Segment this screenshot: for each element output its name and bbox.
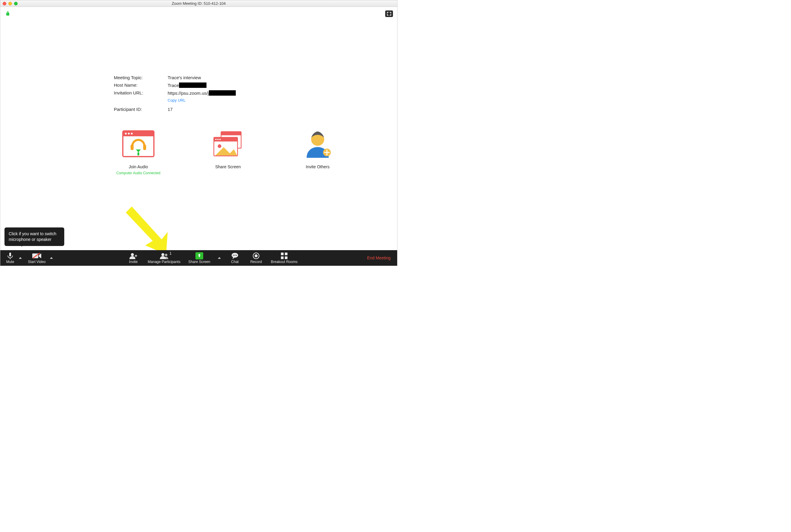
join-audio-label: Join Audio — [112, 164, 165, 169]
svg-point-26 — [233, 255, 234, 256]
manage-participants-label: Manage Participants — [148, 260, 180, 264]
topic-value: Trace's interview — [168, 75, 201, 80]
mic-tooltip: Click if you want to switch microphone o… — [4, 227, 64, 246]
svg-point-27 — [235, 255, 235, 256]
window-title: Zoom Meeting ID: 510-412-104 — [0, 1, 397, 6]
pid-value: 17 — [168, 107, 173, 112]
host-label: Host Name: — [114, 82, 168, 88]
participant-count: 1 — [170, 251, 172, 255]
breakout-label: Breakout Rooms — [271, 260, 297, 264]
host-value: Trace — [168, 82, 207, 88]
maximize-icon[interactable] — [14, 2, 18, 5]
redacted-block — [179, 82, 207, 88]
toolbar: Mute Start Video Invite — [0, 250, 397, 266]
url-value: https://psu.zoom.us/j — [168, 90, 236, 96]
lock-icon[interactable] — [6, 11, 10, 16]
svg-rect-31 — [281, 252, 284, 255]
chat-icon — [231, 252, 238, 260]
share-screen-tile[interactable]: Share Screen — [201, 129, 255, 175]
svg-rect-1 — [123, 131, 154, 136]
url-value-prefix: https://psu.zoom.us/j — [168, 91, 209, 96]
window-controls — [3, 2, 18, 5]
share-icon — [195, 252, 203, 260]
svg-point-24 — [165, 254, 167, 256]
end-meeting-button[interactable]: End Meeting — [363, 255, 395, 260]
breakout-rooms-button[interactable]: Breakout Rooms — [270, 250, 298, 266]
annotation-arrow-icon — [126, 207, 171, 254]
record-icon — [253, 252, 259, 260]
svg-rect-22 — [136, 255, 136, 257]
svg-point-3 — [128, 133, 130, 134]
svg-point-28 — [236, 255, 237, 256]
svg-rect-9 — [221, 132, 241, 135]
invite-others-icon — [301, 129, 334, 159]
invite-icon — [129, 252, 137, 260]
zoom-window: Zoom Meeting ID: 510-412-104 Meeting Top… — [0, 0, 398, 266]
svg-point-30 — [255, 254, 257, 257]
start-video-button[interactable]: Start Video — [25, 250, 49, 266]
breakout-icon — [281, 252, 288, 260]
mute-options-chevron[interactable] — [18, 257, 23, 259]
topic-label: Meeting Topic: — [114, 75, 168, 80]
redacted-block — [209, 90, 236, 96]
svg-point-12 — [215, 139, 216, 140]
invite-label: Invite — [129, 260, 138, 264]
titlebar: Zoom Meeting ID: 510-412-104 — [0, 0, 397, 7]
close-icon[interactable] — [3, 2, 6, 5]
minimize-icon[interactable] — [8, 2, 12, 5]
pid-label: Participant ID: — [114, 107, 168, 112]
share-screen-label: Share Screen — [188, 260, 210, 264]
record-button[interactable]: Record — [248, 250, 265, 266]
svg-point-14 — [219, 139, 220, 140]
fullscreen-icon[interactable] — [385, 11, 393, 17]
host-value-prefix: Trace — [168, 83, 179, 88]
tooltip-text: Click if you want to switch microphone o… — [9, 231, 57, 242]
mute-label: Mute — [6, 260, 14, 264]
participants-icon: 1 — [159, 252, 169, 260]
share-options-chevron[interactable] — [217, 257, 222, 259]
chat-button[interactable]: Chat — [227, 250, 242, 266]
manage-participants-button[interactable]: 1 Manage Participants — [146, 250, 182, 266]
url-label: Invitation URL: — [114, 90, 168, 96]
video-off-icon — [32, 252, 41, 260]
share-screen-button[interactable]: Share Screen — [187, 250, 211, 266]
svg-rect-5 — [131, 145, 134, 150]
start-video-label: Start Video — [28, 260, 45, 264]
chat-label: Chat — [231, 260, 238, 264]
video-options-chevron[interactable] — [49, 257, 54, 259]
svg-point-2 — [125, 133, 127, 134]
svg-rect-7 — [137, 152, 139, 155]
svg-point-23 — [161, 253, 165, 256]
share-screen-label: Share Screen — [201, 164, 255, 169]
join-audio-tile[interactable]: Join Audio Computer Audio Connected — [112, 129, 165, 175]
svg-rect-33 — [281, 256, 284, 259]
svg-point-15 — [218, 144, 221, 148]
invite-others-tile[interactable]: Invite Others — [291, 129, 345, 175]
headset-icon — [122, 129, 155, 159]
microphone-icon — [7, 252, 13, 260]
share-screen-icon — [211, 129, 245, 159]
mute-button[interactable]: Mute — [3, 250, 18, 266]
audio-status: Computer Audio Connected — [112, 171, 165, 175]
svg-rect-6 — [143, 145, 146, 150]
svg-point-20 — [131, 253, 134, 256]
invite-others-label: Invite Others — [291, 164, 345, 169]
meeting-info: Meeting Topic: Trace's interview Host Na… — [0, 75, 397, 175]
svg-point-13 — [217, 139, 218, 140]
svg-rect-34 — [285, 256, 288, 259]
record-label: Record — [250, 260, 262, 264]
svg-rect-32 — [285, 252, 288, 255]
copy-url-link[interactable]: Copy URL — [168, 98, 305, 102]
invite-button[interactable]: Invite — [126, 250, 141, 266]
svg-point-4 — [131, 133, 133, 134]
